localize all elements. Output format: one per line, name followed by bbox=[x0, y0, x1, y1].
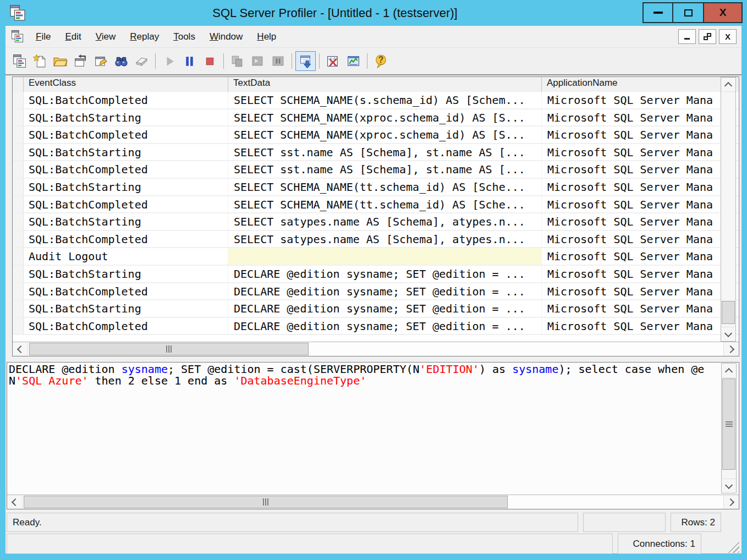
minimize-button[interactable] bbox=[642, 2, 673, 23]
detail-hscroll-thumb[interactable] bbox=[24, 496, 508, 508]
auto-scroll-icon bbox=[298, 54, 313, 69]
cell-textdata: SELECT sst.name AS [Schema], st.name AS … bbox=[228, 144, 542, 161]
cell-eventclass: SQL:BatchStarting bbox=[24, 300, 228, 317]
cell-applicationname: Microsoft SQL Server Mana bbox=[542, 300, 739, 317]
textdata-detail-pane[interactable]: DECLARE @edition sysname; SET @edition =… bbox=[7, 362, 739, 509]
table-row[interactable]: SQL:BatchStarting SELECT SCHEMA_NAME(tt.… bbox=[13, 179, 739, 196]
window-title: SQL Server Profiler - [Untitled - 1 (tes… bbox=[33, 0, 637, 26]
sql-text: DECLARE @edition sysname; SET @edition =… bbox=[7, 363, 719, 493]
cell-applicationname: Microsoft SQL Server Mana bbox=[542, 266, 739, 282]
cell-eventclass: SQL:BatchCompleted bbox=[24, 283, 228, 300]
status-grip-zone bbox=[706, 534, 740, 554]
open-trace-button[interactable] bbox=[50, 51, 70, 71]
maximize-button[interactable] bbox=[672, 2, 704, 23]
grid-vscroll-thumb[interactable] bbox=[722, 301, 735, 324]
scroll-down-button[interactable] bbox=[722, 479, 736, 493]
cell-eventclass: SQL:BatchCompleted bbox=[24, 161, 228, 178]
detail-horizontal-scrollbar[interactable] bbox=[7, 495, 739, 509]
menu-view[interactable]: View bbox=[89, 26, 123, 47]
new-document-icon bbox=[32, 54, 47, 69]
status-ready: Ready. bbox=[7, 513, 578, 532]
table-row[interactable]: SQL:BatchStarting DECLARE @edition sysna… bbox=[13, 300, 739, 318]
cell-textdata: DECLARE @edition sysname; SET @edition =… bbox=[228, 300, 542, 317]
table-row[interactable]: SQL:BatchCompleted SELECT SCHEMA_NAME(xp… bbox=[13, 127, 739, 144]
close-button[interactable]: X bbox=[703, 2, 743, 23]
new-trace-button[interactable] bbox=[9, 51, 30, 71]
svg-text:?: ? bbox=[378, 55, 384, 64]
organize-columns-button[interactable] bbox=[323, 51, 343, 71]
thumb-grip bbox=[726, 421, 733, 427]
table-row[interactable]: SQL:BatchCompleted SELECT sst.name AS [S… bbox=[13, 161, 739, 179]
cell-applicationname: Microsoft SQL Server Mana bbox=[542, 283, 739, 300]
stop-trace-button[interactable] bbox=[200, 51, 220, 71]
table-row[interactable]: SQL:BatchCompleted SELECT satypes.name A… bbox=[13, 231, 739, 249]
cell-applicationname: Microsoft SQL Server Mana bbox=[542, 161, 739, 178]
status-bar-lower: Connections: 1 bbox=[7, 534, 740, 554]
minimize-icon bbox=[653, 12, 663, 14]
chevron-left-icon bbox=[12, 498, 19, 506]
mdi-minimize-icon bbox=[684, 38, 690, 40]
mdi-minimize-button[interactable] bbox=[678, 29, 696, 44]
table-row[interactable]: SQL:BatchCompleted DECLARE @edition sysn… bbox=[13, 283, 739, 301]
menu-bar: File Edit View Replay Tools Window Help … bbox=[6, 26, 741, 48]
table-row[interactable]: SQL:BatchCompleted SELECT SCHEMA_NAME(tt… bbox=[13, 196, 739, 214]
table-row[interactable]: SQL:BatchStarting SELECT SCHEMA_NAME(xpr… bbox=[13, 109, 739, 127]
menu-replay[interactable]: Replay bbox=[123, 26, 166, 47]
menu-help[interactable]: Help bbox=[250, 26, 283, 47]
clear-trace-button[interactable] bbox=[131, 51, 152, 71]
mdi-restore-button[interactable] bbox=[699, 29, 716, 44]
table-row[interactable]: SQL:BatchStarting DECLARE @edition sysna… bbox=[13, 266, 739, 283]
cell-eventclass: SQL:BatchStarting bbox=[24, 109, 228, 126]
menu-file[interactable]: File bbox=[29, 26, 58, 47]
grid-horizontal-scrollbar[interactable] bbox=[13, 342, 739, 356]
menu-window[interactable]: Window bbox=[202, 26, 250, 47]
mdi-close-button[interactable]: X bbox=[719, 29, 737, 44]
grid-hscroll-thumb[interactable] bbox=[29, 343, 309, 355]
scroll-right-button[interactable] bbox=[723, 342, 739, 356]
scroll-right-button[interactable] bbox=[723, 495, 739, 509]
menu-tools[interactable]: Tools bbox=[166, 26, 202, 47]
menu-edit[interactable]: Edit bbox=[58, 26, 88, 47]
status-connections-count: Connections: 1 bbox=[618, 534, 701, 554]
table-row[interactable]: SQL:BatchCompleted SELECT SCHEMA_NAME(s.… bbox=[13, 92, 739, 109]
scroll-left-button[interactable] bbox=[13, 342, 28, 356]
performance-monitor-button[interactable] bbox=[343, 51, 364, 71]
cell-applicationname: Microsoft SQL Server Mana bbox=[542, 248, 739, 265]
find-button[interactable] bbox=[111, 51, 131, 71]
app-icon[interactable] bbox=[9, 4, 26, 23]
resize-grip[interactable] bbox=[725, 539, 739, 553]
help-icon: ? bbox=[374, 54, 388, 69]
status-empty-panel bbox=[7, 534, 613, 554]
detail-vertical-scrollbar[interactable] bbox=[721, 363, 737, 493]
scroll-left-button[interactable] bbox=[7, 495, 23, 509]
cell-textdata: SELECT SCHEMA_NAME(xproc.schema_id) AS [… bbox=[228, 109, 542, 126]
run-to-cursor-icon bbox=[250, 54, 265, 69]
table-row[interactable]: SQL:BatchStarting SELECT sst.name AS [Sc… bbox=[13, 144, 739, 162]
table-row-audit-logout[interactable]: Audit Logout Microsoft SQL Server Mana bbox=[13, 248, 739, 266]
chevron-down-icon bbox=[724, 330, 732, 337]
scroll-up-button[interactable] bbox=[722, 364, 736, 378]
status-bar-upper: Ready. Rows: 2 bbox=[7, 513, 740, 532]
save-trace-button[interactable] bbox=[70, 51, 91, 71]
toolbar: ? bbox=[6, 48, 741, 75]
chevron-left-icon bbox=[17, 345, 25, 353]
scroll-down-button[interactable] bbox=[721, 327, 735, 341]
column-header-eventclass[interactable]: EventClass bbox=[24, 77, 228, 92]
find-binoculars-icon bbox=[114, 54, 129, 69]
table-row[interactable]: SQL:BatchStarting SELECT satypes.name AS… bbox=[13, 213, 739, 231]
column-header-applicationname[interactable]: ApplicationName bbox=[542, 77, 739, 92]
status-gap bbox=[726, 513, 740, 532]
mdi-document-icon[interactable] bbox=[10, 30, 24, 43]
new-document-button[interactable] bbox=[30, 51, 50, 71]
scroll-up-button[interactable] bbox=[721, 78, 735, 92]
detail-vscroll-thumb[interactable] bbox=[722, 378, 735, 470]
table-row[interactable]: SQL:BatchCompleted DECLARE @edition sysn… bbox=[13, 318, 739, 336]
auto-scroll-button[interactable] bbox=[295, 51, 316, 71]
pause-trace-button[interactable] bbox=[179, 51, 200, 71]
cell-textdata: SELECT SCHEMA_NAME(s.schema_id) AS [Sche… bbox=[228, 92, 542, 108]
column-header-textdata[interactable]: TextData bbox=[228, 77, 542, 92]
help-button[interactable]: ? bbox=[371, 51, 391, 71]
grid-vertical-scrollbar[interactable] bbox=[721, 77, 736, 342]
cell-eventclass: SQL:BatchCompleted bbox=[24, 196, 228, 213]
properties-button[interactable] bbox=[91, 51, 111, 71]
